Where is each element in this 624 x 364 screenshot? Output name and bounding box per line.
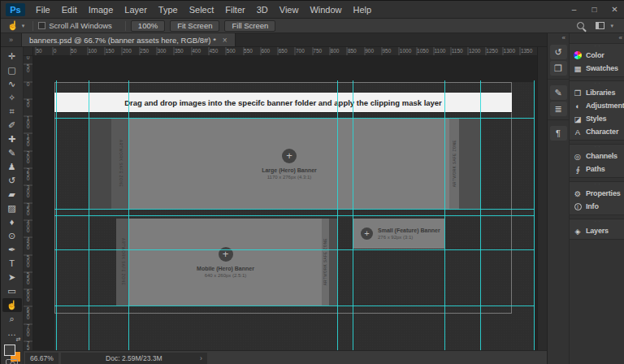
- canvas-viewport[interactable]: Drag and drop images into the specifc ba…: [33, 56, 537, 350]
- status-chevron-icon[interactable]: ›: [200, 353, 202, 364]
- panel-tab-swatches[interactable]: ▦Swatches: [570, 62, 624, 75]
- vertical-scrollbar[interactable]: [537, 47, 547, 350]
- tool-healing-brush[interactable]: ✚: [2, 132, 22, 146]
- menu-item-select[interactable]: Select: [184, 1, 220, 19]
- tool-quick-select[interactable]: ✧: [2, 91, 22, 105]
- document-tab-bar: » banners.psd @ 66.7% (banner assets her…: [1, 33, 547, 47]
- minimize-button[interactable]: –: [564, 1, 584, 19]
- panel-dock: « ↺❐✎≣¶ « · ·Color▦Swatches· ·❒Libraries…: [547, 33, 624, 364]
- tool-gradient[interactable]: ▨: [2, 202, 22, 215]
- tool-path-selection[interactable]: ➤: [2, 271, 22, 284]
- document-size-field[interactable]: Doc: 2.59M/23.3M ›: [61, 353, 207, 364]
- ruler-label: 1050: [417, 48, 428, 54]
- guide-horizontal[interactable]: [54, 215, 535, 216]
- menu-item-edit[interactable]: Edit: [56, 1, 83, 19]
- history-panel-icon[interactable]: ↺: [550, 45, 567, 59]
- swap-colors-icon[interactable]: ⇄: [16, 336, 21, 343]
- chevron-down-icon[interactable]: ▾: [610, 23, 613, 29]
- scroll-all-windows-checkbox[interactable]: [38, 22, 46, 29]
- menu-item-help[interactable]: Help: [348, 1, 378, 19]
- collapse-panels-icon[interactable]: «: [548, 33, 569, 43]
- panel-tab-info[interactable]: iInfo: [570, 200, 624, 213]
- ruler-label: 1000: [400, 48, 411, 54]
- tool-eraser[interactable]: ▰: [2, 188, 22, 202]
- close-button[interactable]: ✕: [604, 1, 624, 19]
- ruler-label: 450: [25, 236, 31, 249]
- zoom-100-button[interactable]: 100%: [131, 20, 165, 32]
- layers-icon: ◈: [572, 227, 583, 236]
- ruler-label: 750: [313, 48, 322, 54]
- tool-crop[interactable]: ⌗: [2, 105, 22, 119]
- guide-horizontal[interactable]: [54, 118, 535, 119]
- tool-rectangle[interactable]: ▭: [2, 284, 22, 298]
- tool-lasso[interactable]: ∿: [2, 77, 22, 91]
- ruler-label: 1300: [504, 48, 515, 54]
- ruler-label: 1350: [521, 48, 532, 54]
- chevron-down-icon[interactable]: ▾: [22, 23, 25, 29]
- menu-item-image[interactable]: Image: [83, 1, 119, 19]
- brush-settings-panel-icon[interactable]: ≣: [550, 102, 567, 116]
- tool-history-brush[interactable]: ↺: [2, 174, 22, 188]
- panel-tab-paths[interactable]: ∮Paths: [570, 162, 624, 176]
- menu-item-filter[interactable]: Filter: [219, 1, 250, 19]
- layer-comps-panel-icon[interactable]: ❐: [550, 61, 567, 76]
- horizontal-ruler[interactable]: 5005010015020025030035040045050055060065…: [33, 47, 547, 56]
- tool-dodge[interactable]: ⊙: [2, 229, 22, 243]
- tool-clone-stamp[interactable]: ♟: [2, 160, 22, 174]
- quick-mask-button[interactable]: [6, 359, 18, 364]
- search-icon[interactable]: [577, 22, 584, 29]
- tool-hand[interactable]: ☝: [2, 298, 22, 312]
- tool-blur[interactable]: ♦: [2, 215, 22, 229]
- tool-marquee[interactable]: ▢: [2, 63, 22, 77]
- panel-tab-channels[interactable]: ◎Channels: [570, 150, 624, 162]
- hero-banner-bleed-left: [89, 119, 111, 209]
- panel-tab-color[interactable]: Color: [570, 49, 624, 62]
- panel-tab-properties[interactable]: ⚙Properties: [570, 187, 624, 200]
- menu-item-window[interactable]: Window: [304, 1, 347, 19]
- zoom-level-field[interactable]: 66.67%: [25, 353, 58, 364]
- guide-horizontal[interactable]: [54, 306, 535, 306]
- ruler-label: 650: [279, 48, 288, 54]
- fit-screen-button[interactable]: Fit Screen: [170, 20, 219, 32]
- maximize-button[interactable]: □: [584, 1, 604, 19]
- panel-tab-adjustments[interactable]: ◐Adjustments: [570, 99, 624, 112]
- tool-zoom[interactable]: ⌕: [2, 312, 22, 326]
- document-tab[interactable]: banners.psd @ 66.7% (banner assets here,…: [22, 33, 236, 46]
- mobile-banner-placeholder[interactable]: + Mobile (Hero) Banner 640 x 260px (2.5:…: [129, 219, 322, 306]
- menu-item-file[interactable]: File: [30, 1, 56, 19]
- tool-presets-panel-icon[interactable]: ✎: [550, 85, 567, 100]
- add-image-icon[interactable]: +: [282, 149, 297, 163]
- panel-tab-libraries[interactable]: ❒Libraries: [570, 86, 624, 99]
- ruler-label: 600: [25, 288, 31, 301]
- panel-tab-layers[interactable]: ◈Layers: [570, 224, 624, 237]
- fill-screen-button[interactable]: Fill Screen: [224, 20, 275, 32]
- small-banner-placeholder[interactable]: + Small (Feature) Banner 276 x 92px (3:1…: [353, 219, 444, 249]
- panel-tab-character[interactable]: ACharacter: [570, 125, 624, 138]
- tab-overflow-icon[interactable]: »: [1, 33, 22, 46]
- close-tab-icon[interactable]: ×: [223, 36, 228, 45]
- menu-item-layer[interactable]: Layer: [119, 1, 153, 19]
- hand-tool-icon[interactable]: ☝: [7, 20, 19, 31]
- tool-eyedropper[interactable]: ✐: [2, 119, 22, 132]
- tool-move[interactable]: ✛: [2, 50, 22, 63]
- foreground-color-swatch[interactable]: [4, 344, 15, 356]
- guide-horizontal[interactable]: [54, 209, 535, 210]
- tool-brush[interactable]: ✎: [2, 146, 22, 160]
- paragraph-panel-icon[interactable]: ¶: [550, 126, 567, 141]
- ruler-label: 400: [192, 48, 201, 54]
- vertical-ruler[interactable]: 1005005010015020025030035040045050055060…: [24, 56, 33, 350]
- tool-type[interactable]: T: [2, 257, 22, 271]
- guide-horizontal[interactable]: [54, 249, 535, 250]
- menu-item-view[interactable]: View: [274, 1, 305, 19]
- add-image-icon[interactable]: +: [361, 228, 373, 240]
- menu-item-type[interactable]: Type: [153, 1, 184, 19]
- divider: [125, 21, 126, 31]
- collapse-panels-icon[interactable]: «: [570, 33, 624, 43]
- panel-tab-styles[interactable]: ◪Styles: [570, 112, 624, 125]
- hero-banner-placeholder[interactable]: + Large (Hero) Banner 1170 x 276px (4.3:…: [129, 119, 449, 209]
- menu-item-3d[interactable]: 3D: [251, 1, 274, 19]
- document-size-text: Doc: 2.59M/23.3M: [106, 354, 162, 362]
- tool-pen[interactable]: ✒: [2, 243, 22, 257]
- ruler-label: 100: [25, 56, 31, 58]
- workspace-switcher-icon[interactable]: [596, 22, 604, 29]
